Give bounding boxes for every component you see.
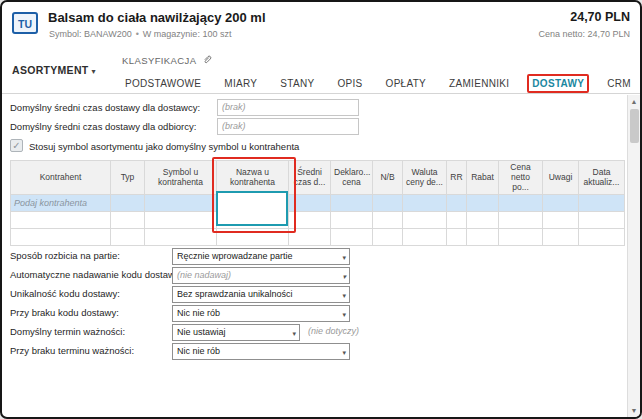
empty-cell [111,211,145,228]
col-data-aktualizacji[interactable]: Data aktualiz... [579,161,625,195]
supplier-delivery-input[interactable]: (brak) [217,99,359,116]
asortyment-menu[interactable]: ASORTYMENT▾ [12,64,96,76]
empty-cell [111,194,145,211]
tab-dostawy[interactable]: DOSTAWY [527,74,589,93]
col-symbol-u-kontrahenta[interactable]: Symbol u kontrahenta [145,161,217,195]
no-expiry-select[interactable]: Nic nie rób ▾ [172,343,350,360]
empty-cell [499,211,543,228]
scroll-up-icon[interactable]: ▲ [628,95,640,108]
col-cena-netto[interactable]: Cena netto po... [499,161,543,195]
focused-nazwa-cell[interactable] [216,191,288,226]
receiver-delivery-label: Domyślny średni czas dostawy dla odbiorc… [10,121,196,132]
tab-crm[interactable]: CRM [602,74,636,93]
empty-cell [579,194,625,211]
empty-cell [373,211,403,228]
empty-cell [579,228,625,245]
table-row-new[interactable]: Podaj kontrahenta [11,194,625,211]
empty-cell [331,228,373,245]
product-card-window: TU Balsam do ciała nawilżający 200 ml Sy… [0,0,642,419]
batch-split-select[interactable]: Ręcznie wprowadzane partie ▾ [172,248,350,265]
tab-oplaty[interactable]: OPŁATY [381,74,432,93]
no-expiry-value: Nic nie rób [177,346,220,356]
chevron-down-icon: ▾ [342,250,346,265]
empty-cell [447,194,467,211]
col-nb[interactable]: N/B [373,161,403,195]
scroll-down-icon[interactable]: ▼ [628,404,640,417]
scrollbar-thumb[interactable] [630,109,639,143]
empty-cell [145,228,217,245]
col-uwagi[interactable]: Uwagi [543,161,579,195]
table-row[interactable] [11,228,625,245]
col-kontrahent[interactable]: Kontrahent [11,161,111,195]
empty-cell [499,194,543,211]
contractors-table: Kontrahent Typ Symbol u kontrahenta Nazw… [10,160,625,246]
use-symbol-checkbox[interactable]: ✓ [10,139,23,152]
price-net: Cena netto: 24,70 PLN [538,29,630,39]
kontrahent-placeholder-cell[interactable]: Podaj kontrahenta [11,194,111,211]
empty-cell [11,228,111,245]
empty-cell [467,211,499,228]
col-typ[interactable]: Typ [111,161,145,195]
price-gross: 24,70 PLN [570,10,630,24]
empty-cell [543,211,579,228]
chevron-down-icon: ▾ [342,269,346,284]
auto-code-value: (nie nadawaj) [177,270,231,280]
empty-cell [111,228,145,245]
col-waluta-ceny[interactable]: Waluta ceny de... [403,161,447,195]
col-rr[interactable]: RR [447,161,467,195]
empty-cell [467,228,499,245]
table-row[interactable] [11,211,625,228]
table-header-row: Kontrahent Typ Symbol u kontrahenta Nazw… [11,161,625,195]
product-symbol: Symbol: BANAW200 [49,29,132,39]
receiver-delivery-input[interactable]: (brak) [217,118,359,135]
no-code-value: Nic nie rób [177,308,220,318]
tab-opis[interactable]: OPIS [332,74,367,93]
empty-cell [289,228,331,245]
chevron-down-icon: ▾ [342,288,346,303]
tab-strip: PODSTAWOWE MIARY STANY OPIS OPŁATY ZAMIE… [120,72,642,94]
chevron-down-icon: ▾ [292,326,296,341]
auto-code-label: Automatyczne nadawanie kodu dostawy: [10,269,182,280]
empty-cell [217,228,289,245]
code-uniqueness-select[interactable]: Bez sprawdzania unikalności ▾ [172,286,350,303]
auto-code-select[interactable]: (nie nadawaj) ▾ [172,267,350,284]
empty-cell [289,211,331,228]
bullet-separator: • [136,29,139,39]
chevron-down-icon: ▾ [342,307,346,322]
chevron-down-icon: ▾ [92,67,96,76]
expiry-term-value: Nie ustawiaj [177,327,226,337]
code-uniqueness-value: Bez sprawdzania unikalności [177,289,293,299]
no-code-select[interactable]: Nic nie rób ▾ [172,305,350,322]
expiry-term-label: Domyślny termin ważności: [10,326,125,337]
col-nazwa-u-kontrahenta[interactable]: Nazwa u kontrahenta [217,161,289,195]
tab-miary[interactable]: MIARY [219,74,262,93]
batch-split-value: Ręcznie wprowadzane partie [177,251,293,261]
empty-cell [447,228,467,245]
empty-cell [403,228,447,245]
vertical-scrollbar[interactable]: ▲ ▼ [627,95,640,417]
klasyfikacja-label: KLASYFIKACJA [122,55,197,66]
asortyment-label: ASORTYMENT [12,64,89,76]
empty-cell [145,194,217,211]
product-subtitle: Symbol: BANAW200•W magazynie: 100 szt [49,29,231,39]
paperclip-icon[interactable] [202,54,213,67]
expiry-term-select[interactable]: Nie ustawiaj ▾ [172,324,300,341]
no-expiry-label: Przy braku terminu ważności: [10,345,134,356]
empty-cell [403,194,447,211]
col-sredni-czas[interactable]: Średni czas d... [289,161,331,195]
col-rabat[interactable]: Rabat [467,161,499,195]
empty-cell [145,211,217,228]
empty-cell [331,194,373,211]
col-deklarowana-cena[interactable]: Deklaro... cena [331,161,373,195]
klasyfikacja-link[interactable]: KLASYFIKACJA [122,54,213,67]
tab-zamienniki[interactable]: ZAMIENNIKI [444,74,514,93]
empty-cell [373,194,403,211]
tab-podstawowe[interactable]: PODSTAWOWE [120,74,206,93]
batch-split-label: Sposób rozbicia na partie: [10,250,120,261]
empty-cell [543,194,579,211]
empty-cell [467,194,499,211]
empty-cell [11,211,111,228]
empty-cell [543,228,579,245]
empty-cell [373,228,403,245]
tab-stany[interactable]: STANY [275,74,319,93]
